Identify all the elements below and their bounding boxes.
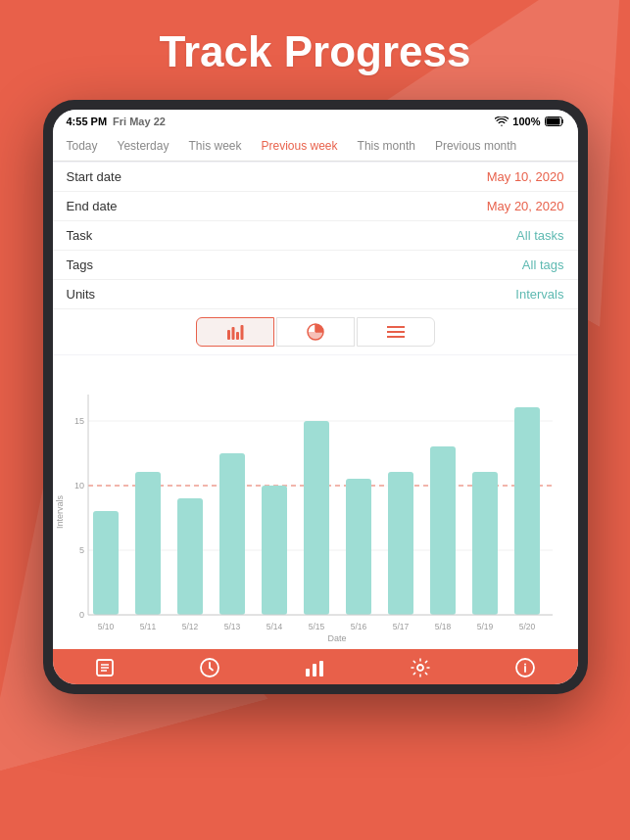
filter-units[interactable]: Units Intervals <box>53 280 578 309</box>
tab-previous-month[interactable]: Previous month <box>425 131 526 161</box>
bar-5-16 <box>346 479 371 615</box>
svg-text:5/16: 5/16 <box>350 622 366 631</box>
chart-area: Intervals Date <box>53 355 578 649</box>
bar-5-19 <box>472 472 498 615</box>
svg-text:5/20: 5/20 <box>518 622 535 631</box>
svg-rect-40 <box>306 669 310 677</box>
filter-end-date-label: End date <box>67 199 118 213</box>
pie-chart-icon <box>307 323 324 341</box>
chart-type-list-button[interactable] <box>357 317 435 347</box>
bar-5-18 <box>430 446 456 615</box>
list-chart-icon <box>387 325 405 339</box>
svg-rect-42 <box>319 661 323 677</box>
tab-this-month[interactable]: This month <box>348 131 425 161</box>
svg-rect-4 <box>236 332 239 340</box>
filter-task-label: Task <box>67 228 93 243</box>
svg-rect-3 <box>231 327 234 340</box>
filter-tags-value: All tags <box>522 257 564 272</box>
device-frame: 4:55 PM Fri May 22 100% <box>43 100 588 694</box>
nav-info[interactable] <box>514 657 536 678</box>
bar-5-20 <box>514 407 540 615</box>
bottom-nav <box>53 649 578 684</box>
nav-timer[interactable] <box>199 657 220 678</box>
gear-icon <box>410 657 431 678</box>
filter-task-value: All tasks <box>516 228 563 243</box>
bar-5-10 <box>93 511 119 615</box>
tab-today[interactable]: Today <box>57 131 108 161</box>
filter-task[interactable]: Task All tasks <box>53 221 578 251</box>
status-time: 4:55 PM <box>67 116 108 127</box>
bar-chart-icon <box>226 324 244 340</box>
filter-section: Start date May 10, 2020 End date May 20,… <box>53 163 578 309</box>
x-axis-label: Date <box>327 633 346 643</box>
nav-settings[interactable] <box>410 657 431 678</box>
battery-text: 100% <box>512 116 540 127</box>
status-right: 100% <box>495 116 563 127</box>
svg-rect-5 <box>240 325 243 340</box>
y-axis-label: Intervals <box>55 494 65 529</box>
device-screen: 4:55 PM Fri May 22 100% <box>53 110 578 684</box>
svg-text:5/18: 5/18 <box>434 622 451 631</box>
filter-start-date-value: May 10, 2020 <box>487 169 564 184</box>
svg-text:5/12: 5/12 <box>181 622 198 631</box>
tab-yesterday[interactable]: Yesterday <box>108 131 179 161</box>
chart-type-pie-button[interactable] <box>276 317 355 347</box>
tasks-icon <box>94 657 116 678</box>
clock-icon <box>199 657 220 678</box>
filter-tags[interactable]: Tags All tags <box>53 251 578 280</box>
chart-type-bar-button[interactable] <box>196 317 274 347</box>
chart-type-bar <box>53 309 578 354</box>
bar-5-11 <box>135 472 161 615</box>
svg-text:10: 10 <box>73 481 83 490</box>
filter-end-date-value: May 20, 2020 <box>487 199 564 213</box>
nav-stats[interactable] <box>304 657 325 678</box>
svg-rect-2 <box>227 330 230 340</box>
battery-icon <box>545 117 564 126</box>
status-bar: 4:55 PM Fri May 22 100% <box>53 110 578 131</box>
svg-text:5/11: 5/11 <box>139 622 156 631</box>
svg-text:5/19: 5/19 <box>476 622 493 631</box>
svg-rect-1 <box>546 118 559 125</box>
svg-line-39 <box>210 668 213 671</box>
page-title: Track Progress <box>0 0 630 100</box>
filter-tags-label: Tags <box>67 257 93 272</box>
info-icon <box>514 657 536 678</box>
bar-5-15 <box>304 421 329 615</box>
svg-text:0: 0 <box>78 610 83 620</box>
bar-chart-svg: Intervals Date <box>53 365 578 649</box>
svg-text:5/14: 5/14 <box>266 622 282 631</box>
filter-end-date[interactable]: End date May 20, 2020 <box>53 192 578 221</box>
svg-text:5/15: 5/15 <box>308 622 324 631</box>
svg-text:5: 5 <box>78 545 83 555</box>
wifi-icon <box>495 117 509 126</box>
filter-start-date[interactable]: Start date May 10, 2020 <box>53 163 578 192</box>
svg-rect-41 <box>313 664 316 677</box>
svg-text:5/10: 5/10 <box>97 622 114 631</box>
status-date: Fri May 22 <box>113 116 166 127</box>
svg-point-46 <box>524 664 526 666</box>
bar-5-13 <box>219 453 245 615</box>
tab-bar: Today Yesterday This week Previous week … <box>53 131 578 162</box>
filter-start-date-label: Start date <box>67 169 121 184</box>
filter-units-value: Intervals <box>515 287 563 302</box>
svg-text:5/13: 5/13 <box>223 622 240 631</box>
bar-5-12 <box>177 498 203 615</box>
svg-point-43 <box>417 665 423 671</box>
svg-text:15: 15 <box>73 416 83 426</box>
tab-previous-week[interactable]: Previous week <box>252 131 348 161</box>
stats-icon <box>304 657 325 678</box>
svg-text:5/17: 5/17 <box>392 622 409 631</box>
tab-this-week[interactable]: This week <box>178 131 251 161</box>
filter-units-label: Units <box>67 287 96 302</box>
bar-5-14 <box>262 486 287 615</box>
bar-5-17 <box>388 472 413 615</box>
nav-tasks[interactable] <box>94 657 116 678</box>
